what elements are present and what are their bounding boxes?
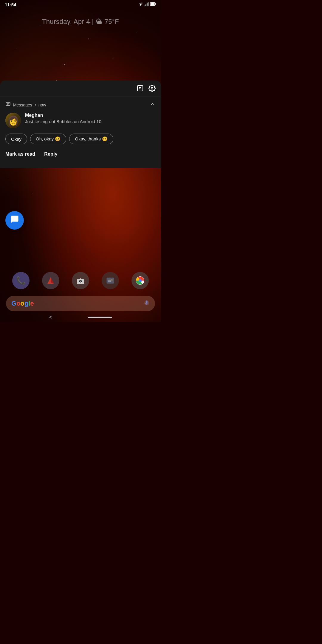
dock-chrome[interactable] bbox=[131, 272, 149, 289]
open-icon[interactable] bbox=[137, 85, 144, 94]
notif-actions: Mark as read Reply bbox=[5, 150, 156, 158]
svg-point-10 bbox=[151, 87, 153, 89]
search-mic-icon[interactable] bbox=[144, 300, 150, 307]
svg-rect-1 bbox=[145, 5, 145, 6]
battery-icon bbox=[150, 2, 156, 7]
message-text: Just testing out Bubbles on Android 10 bbox=[25, 119, 101, 124]
notification-panel: Messages • now Meghan Just testing out B… bbox=[0, 80, 161, 168]
quick-reply-okay-thanks[interactable]: Okay, thanks 😊 bbox=[69, 134, 113, 144]
notification-card: Messages • now Meghan Just testing out B… bbox=[0, 97, 161, 162]
google-logo: Google bbox=[11, 300, 34, 307]
settings-icon[interactable] bbox=[148, 85, 156, 94]
notif-text-block: Meghan Just testing out Bubbles on Andro… bbox=[25, 113, 101, 124]
dock: 📞 bbox=[0, 272, 161, 289]
date-weather-text: Thursday, Apr 4 | 🌥 75°F bbox=[42, 18, 119, 25]
notif-time: now bbox=[38, 103, 46, 107]
dock-phone[interactable]: 📞 bbox=[12, 272, 30, 289]
svg-rect-18 bbox=[111, 279, 113, 281]
status-icons bbox=[138, 2, 156, 7]
back-button[interactable]: < bbox=[49, 314, 52, 321]
svg-rect-7 bbox=[151, 3, 155, 5]
svg-point-16 bbox=[80, 281, 81, 282]
dock-camera[interactable] bbox=[72, 272, 89, 289]
messages-app-icon bbox=[5, 102, 11, 108]
svg-rect-11 bbox=[7, 103, 10, 104]
reply-button[interactable]: Reply bbox=[44, 150, 58, 158]
svg-rect-12 bbox=[7, 104, 9, 104]
avatar-image bbox=[5, 113, 21, 128]
fab-messages-icon bbox=[10, 215, 19, 226]
svg-point-21 bbox=[139, 279, 141, 282]
date-weather: Thursday, Apr 4 | 🌥 75°F bbox=[0, 18, 161, 26]
svg-rect-3 bbox=[147, 3, 148, 6]
svg-point-0 bbox=[140, 5, 141, 6]
nav-bar: < bbox=[0, 312, 161, 322]
notif-collapse-icon[interactable] bbox=[150, 101, 156, 109]
status-bar: 11:54 bbox=[0, 0, 161, 9]
notification-topbar bbox=[0, 80, 161, 97]
sender-name: Meghan bbox=[25, 113, 101, 118]
notif-body: Meghan Just testing out Bubbles on Andro… bbox=[5, 113, 156, 128]
signal-icon bbox=[145, 2, 149, 7]
status-time: 11:54 bbox=[5, 2, 16, 7]
svg-rect-2 bbox=[146, 4, 147, 6]
messages-fab[interactable] bbox=[5, 211, 24, 230]
notif-header: Messages • now bbox=[5, 101, 156, 109]
svg-rect-17 bbox=[107, 278, 114, 284]
dock-assistant[interactable] bbox=[42, 272, 59, 289]
notif-separator: • bbox=[35, 103, 36, 107]
quick-replies: Okay Oh, okay 😀 Okay, thanks 😊 bbox=[5, 134, 156, 144]
notif-app-name: Messages bbox=[13, 103, 32, 107]
quick-reply-oh-okay[interactable]: Oh, okay 😀 bbox=[30, 134, 66, 144]
search-bar[interactable]: Google bbox=[6, 296, 155, 311]
svg-rect-6 bbox=[156, 3, 156, 5]
svg-rect-4 bbox=[148, 2, 149, 6]
mark-as-read-button[interactable]: Mark as read bbox=[5, 150, 35, 158]
wifi-icon bbox=[138, 2, 143, 7]
dock-news[interactable] bbox=[102, 272, 119, 289]
home-pill[interactable] bbox=[88, 317, 112, 318]
quick-reply-okay[interactable]: Okay bbox=[5, 134, 27, 144]
avatar bbox=[5, 113, 21, 128]
notif-header-left: Messages • now bbox=[5, 102, 46, 108]
